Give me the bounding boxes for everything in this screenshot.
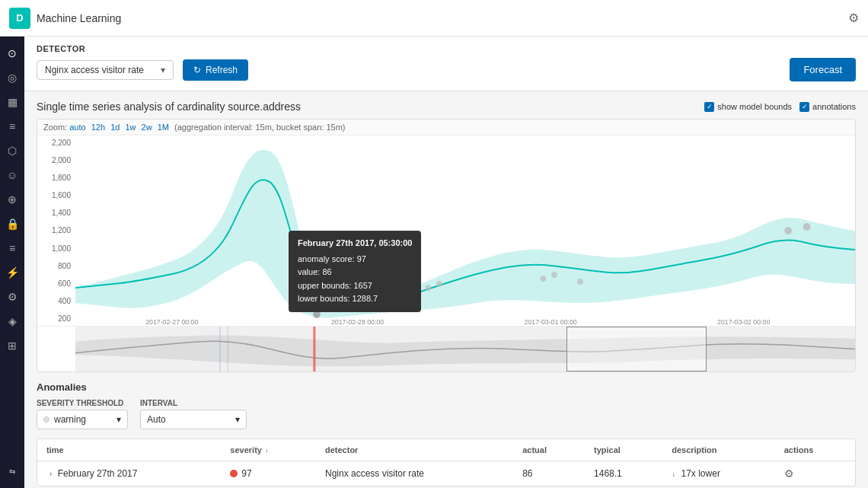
analysis-section: Single time series analysis of cardinali… — [24, 91, 868, 119]
refresh-button[interactable]: ↻ Refresh — [183, 59, 248, 81]
main-chart-svg: 2017-02-27 00:00 2017-02-28 00:00 2017-0… — [75, 136, 855, 326]
severity-filter-select[interactable]: warning ▾ — [37, 410, 128, 429]
mini-chart-area: 2017-02-05 00:00 2017-02-19 00:00 2017-.… — [75, 327, 855, 372]
y-axis: 2,200 2,000 1,800 1,600 1,400 1,200 1,00… — [37, 136, 75, 326]
td-actual: 86 — [513, 461, 585, 486]
app-logo: D — [9, 8, 30, 29]
chart-svg-area: 2017-02-27 00:00 2017-02-28 00:00 2017-0… — [75, 136, 855, 326]
detector-section: Detector Nginx access visitor rate ▾ ↻ R… — [24, 37, 868, 91]
svg-point-1 — [414, 289, 420, 295]
anomalies-section: Anomalies Severity threshold warning ▾ I… — [24, 372, 868, 488]
detector-select[interactable]: Nginx access visitor rate ▾ — [37, 60, 174, 80]
filter-row: Severity threshold warning ▾ Interval Au… — [37, 399, 856, 429]
zoom-2w[interactable]: 2w — [142, 123, 152, 132]
mini-chart-svg — [75, 327, 855, 372]
th-actions: actions — [775, 439, 855, 461]
sidebar-icon-diamond[interactable]: ◈ — [2, 311, 23, 332]
sidebar-icon-bolt[interactable]: ⚡ — [2, 262, 23, 283]
sidebar-icon-grid[interactable]: ▦ — [2, 91, 23, 113]
sort-icon: ↓ — [265, 446, 269, 454]
svg-text:2017-03-02 00:00: 2017-03-02 00:00 — [717, 318, 770, 326]
svg-point-2 — [425, 285, 431, 291]
main-chart-area: 2,200 2,000 1,800 1,600 1,400 1,200 1,00… — [37, 136, 855, 326]
table-row: › February 27th 2017 97 Nginx access vis… — [37, 461, 855, 486]
svg-rect-14 — [313, 327, 315, 372]
expand-row-button[interactable]: › — [46, 470, 55, 478]
td-expand-time: › February 27th 2017 — [37, 461, 221, 486]
zoom-1w[interactable]: 1w — [125, 123, 136, 132]
zoom-1d[interactable]: 1d — [110, 123, 120, 132]
sidebar-expand-icon[interactable]: ⇆ — [2, 461, 23, 482]
sidebar-icon-lock[interactable]: 🔒 — [2, 213, 23, 234]
sidebar-icon-list[interactable]: ≡ — [2, 116, 23, 137]
chevron-down-icon-interval: ▾ — [235, 414, 240, 425]
th-actual: actual — [513, 439, 585, 461]
svg-rect-15 — [219, 327, 220, 372]
svg-text:2017-02-27 00:00: 2017-02-27 00:00 — [145, 318, 198, 326]
svg-point-3 — [436, 281, 442, 287]
show-model-bounds-checkbox[interactable]: ✓ show model bounds — [704, 102, 792, 112]
anomalies-table-container: time severity ↓ detector actual typical … — [37, 439, 856, 486]
svg-rect-16 — [228, 327, 228, 372]
interval-filter-label: Interval — [140, 399, 247, 407]
th-typical: typical — [585, 439, 662, 461]
interval-filter-select[interactable]: Auto ▾ — [140, 410, 247, 429]
mini-chart: 2017-02-05 00:00 2017-02-19 00:00 2017-.… — [37, 326, 855, 372]
svg-point-7 — [784, 227, 792, 234]
severity-filter-group: Severity threshold warning ▾ — [37, 399, 128, 429]
severity-value: 97 — [241, 468, 251, 479]
sidebar-icon-clock[interactable]: ◎ — [2, 67, 23, 88]
down-arrow-icon: ↓ — [672, 470, 675, 478]
th-detector: detector — [316, 439, 513, 461]
severity-dot-icon — [43, 416, 49, 423]
svg-point-8 — [803, 223, 811, 231]
forecast-button[interactable]: Forecast — [790, 58, 856, 81]
zoom-bar: Zoom: auto 12h 1d 1w 2w 1M (aggregation … — [37, 120, 855, 136]
mini-y-axis — [37, 327, 75, 372]
table-body: › February 27th 2017 97 Nginx access vis… — [37, 461, 855, 486]
app-title: Machine Learning — [37, 12, 121, 24]
detector-select-value: Nginx access visitor rate — [45, 65, 144, 75]
td-actions: ⚙ — [775, 461, 855, 486]
sidebar-icon-settings[interactable]: ⚙ — [2, 286, 23, 308]
svg-point-0 — [313, 311, 321, 318]
sidebar-icon-apps[interactable]: ⊞ — [2, 335, 23, 356]
sidebar-icon-hex[interactable]: ⬡ — [2, 140, 23, 161]
checkbox-checked-icon-2: ✓ — [799, 102, 809, 112]
anomalies-table: time severity ↓ detector actual typical … — [37, 439, 855, 486]
zoom-auto[interactable]: auto — [69, 123, 85, 132]
chevron-down-icon: ▾ — [161, 65, 165, 75]
top-bar: D Machine Learning ⚙ — [0, 0, 868, 37]
anomaly-point[interactable] — [301, 276, 310, 285]
sidebar-icon-user[interactable]: ☺ — [2, 164, 23, 186]
chevron-down-icon-severity: ▾ — [116, 414, 121, 425]
main-content: Detector Nginx access visitor rate ▾ ↻ R… — [24, 37, 868, 488]
anomalies-title: Anomalies — [37, 381, 856, 393]
detector-row: Nginx access visitor rate ▾ ↻ Refresh Fo… — [37, 58, 856, 81]
refresh-icon: ↻ — [193, 65, 201, 75]
table-header-row: time severity ↓ detector actual typical … — [37, 439, 855, 461]
detector-label: Detector — [37, 44, 856, 53]
sidebar-icon-home[interactable]: ⊙ — [2, 43, 23, 64]
svg-point-4 — [540, 276, 546, 282]
svg-point-6 — [577, 279, 583, 285]
svg-text:2017-03-01 00:00: 2017-03-01 00:00 — [525, 318, 577, 326]
row-actions-gear-icon[interactable]: ⚙ — [784, 467, 794, 480]
sidebar-icon-plus[interactable]: ⊕ — [2, 189, 23, 210]
td-time-value: February 27th 2017 — [58, 468, 138, 479]
zoom-12h[interactable]: 12h — [91, 123, 105, 132]
td-description: ↓ 17x lower — [662, 461, 775, 486]
mini-selection-overlay[interactable] — [566, 327, 707, 372]
th-severity[interactable]: severity ↓ — [221, 439, 316, 461]
sidebar: ⊙ ◎ ▦ ≡ ⬡ ☺ ⊕ 🔒 ≡ ⚡ ⚙ ◈ ⊞ ⇆ — [0, 37, 24, 488]
checkbox-checked-icon: ✓ — [704, 102, 714, 112]
svg-point-5 — [551, 272, 557, 278]
chart-container: Zoom: auto 12h 1d 1w 2w 1M (aggregation … — [37, 119, 856, 372]
zoom-1M[interactable]: 1M — [158, 123, 169, 132]
annotations-checkbox[interactable]: ✓ annotations — [799, 102, 856, 112]
td-typical: 1468.1 — [585, 461, 662, 486]
gear-icon[interactable]: ⚙ — [848, 11, 859, 25]
analysis-title: Single time series analysis of cardinali… — [37, 100, 301, 113]
severity-filter-label: Severity threshold — [37, 399, 128, 407]
sidebar-icon-menu[interactable]: ≡ — [2, 238, 23, 259]
